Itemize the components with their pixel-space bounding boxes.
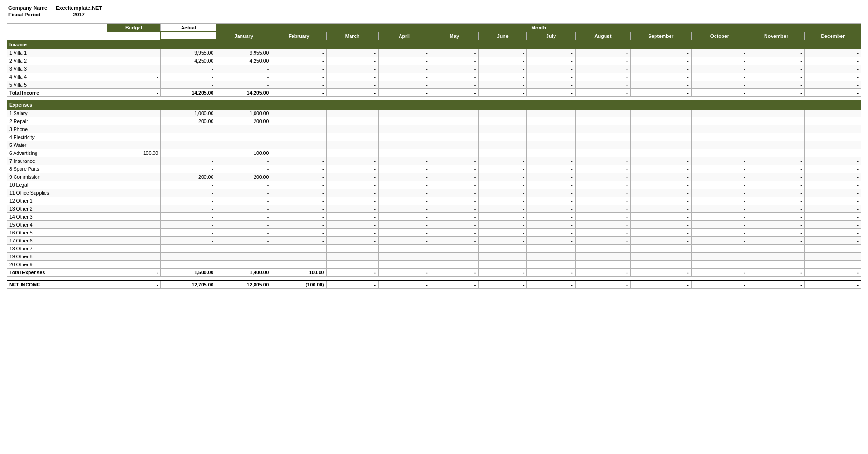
cell-jul: - (527, 141, 575, 149)
row-label: 9 Commission (7, 173, 107, 181)
cell-mar: - (327, 205, 379, 213)
cell-feb: - (271, 165, 327, 173)
cell-oct: - (691, 149, 748, 157)
cell-feb: - (271, 73, 327, 81)
data-row: 16 Other 5------------- (7, 229, 861, 237)
cell-actual: - (161, 65, 216, 73)
cell-dec: - (804, 173, 861, 181)
cell-oct: - (691, 237, 748, 245)
net-income-feb: (100.00) (271, 280, 327, 289)
cell-feb: - (271, 141, 327, 149)
data-row: 19 Other 8------------- (7, 253, 861, 261)
cell-mar: - (327, 117, 379, 125)
cell-actual: 1,000.00 (161, 110, 216, 117)
cell-jan: - (216, 245, 271, 253)
cell-feb: - (271, 49, 327, 57)
row-label: 7 Insurance (7, 157, 107, 165)
cell-aug: - (575, 141, 630, 149)
cell-mar: - (327, 65, 379, 73)
jun-header: June (479, 32, 527, 40)
cell-jan: - (216, 237, 271, 245)
net-income-jan: 12,805.00 (216, 280, 271, 289)
cell-actual: 14,205.00 (161, 89, 216, 97)
cell-jul: - (527, 213, 575, 221)
cell-budget: 100.00 (107, 149, 161, 157)
cell-aug: - (575, 181, 630, 189)
row-label: 5 Villa 5 (7, 81, 107, 89)
month-header: Month (216, 24, 861, 32)
cell-aug: - (575, 245, 630, 253)
cell-jan: 4,250.00 (216, 57, 271, 65)
cell-oct: - (691, 205, 748, 213)
row-label: 13 Other 2 (7, 205, 107, 213)
spacer-row (7, 97, 861, 101)
cell-sep: - (630, 245, 691, 253)
cell-jun: - (479, 229, 527, 237)
cell-actual: - (161, 197, 216, 205)
row-label: Total Income (7, 89, 107, 97)
cell-may: - (430, 197, 478, 205)
cell-budget (107, 205, 161, 213)
row-label: 11 Office Supplies (7, 189, 107, 197)
cell-nov: - (748, 133, 804, 141)
cell-jun: - (479, 181, 527, 189)
cell-nov: - (748, 149, 804, 157)
cell-nov: - (748, 245, 804, 253)
cell-may: - (430, 269, 478, 277)
expenses-section-header: Expenses (7, 101, 861, 110)
cell-jan: - (216, 213, 271, 221)
cell-apr: - (379, 253, 430, 261)
header-info: Company Name Exceltemplate.NET Fiscal Pe… (7, 5, 861, 18)
cell-jul: - (527, 221, 575, 229)
row-label: 15 Other 4 (7, 221, 107, 229)
cell-may: - (430, 253, 478, 261)
cell-dec: - (804, 229, 861, 237)
cell-mar: - (327, 253, 379, 261)
cell-actual: 200.00 (161, 173, 216, 181)
cell-jun: - (479, 165, 527, 173)
cell-aug: - (575, 261, 630, 269)
cell-mar: - (327, 237, 379, 245)
cell-feb: - (271, 117, 327, 125)
cell-feb: - (271, 213, 327, 221)
data-row: 2 Repair200.00200.00----------- (7, 117, 861, 125)
cell-mar: - (327, 165, 379, 173)
cell-oct: - (691, 81, 748, 89)
cell-sep: - (630, 189, 691, 197)
cell-sep: - (630, 149, 691, 157)
row-label: 8 Spare Parts (7, 165, 107, 173)
cell-budget (107, 65, 161, 73)
cell-oct: - (691, 73, 748, 81)
cell-jul: - (527, 245, 575, 253)
jan-header: January (216, 32, 271, 40)
cell-budget (107, 229, 161, 237)
cell-jan: 200.00 (216, 117, 271, 125)
aug-header: August (575, 32, 630, 40)
cell-aug: - (575, 229, 630, 237)
cell-feb: - (271, 261, 327, 269)
cell-jun: - (479, 245, 527, 253)
cell-may: - (430, 141, 478, 149)
net-income-apr: - (379, 280, 430, 289)
cell-mar: - (327, 229, 379, 237)
cell-apr: - (379, 89, 430, 97)
cell-aug: - (575, 253, 630, 261)
cell-feb: - (271, 237, 327, 245)
cell-nov: - (748, 213, 804, 221)
cell-apr: - (379, 261, 430, 269)
cell-feb: - (271, 181, 327, 189)
cell-apr: - (379, 157, 430, 165)
cell-jul: - (527, 261, 575, 269)
nov-header: November (748, 32, 804, 40)
cell-mar: - (327, 125, 379, 133)
cell-feb: - (271, 89, 327, 97)
data-row: 5 Villa 5------------- (7, 81, 861, 89)
total-row: Total Income-14,205.0014,205.00---------… (7, 89, 861, 97)
cell-actual: - (161, 213, 216, 221)
net-income-jun: - (479, 280, 527, 289)
cell-nov: - (748, 269, 804, 277)
cell-feb: - (271, 133, 327, 141)
oct-header: October (691, 32, 748, 40)
cell-aug: - (575, 237, 630, 245)
cell-sep: - (630, 269, 691, 277)
